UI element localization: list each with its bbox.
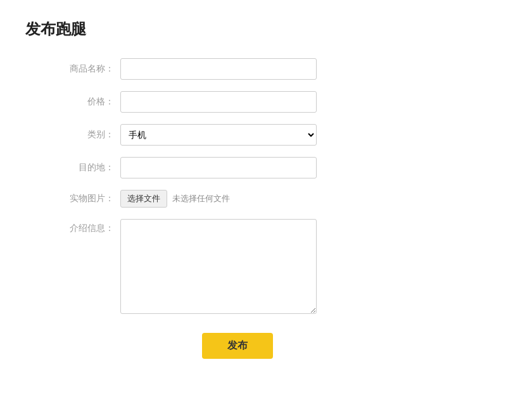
category-select[interactable]: 手机 电脑 服装 食品 其他 bbox=[120, 124, 317, 146]
submit-row: 发布 bbox=[0, 333, 507, 359]
page-title: 发布跑腿 bbox=[25, 19, 507, 39]
info-row: 介绍信息： bbox=[63, 219, 507, 314]
price-label: 价格： bbox=[63, 96, 120, 108]
product-name-input[interactable] bbox=[120, 58, 317, 80]
submit-button[interactable]: 发布 bbox=[202, 333, 273, 359]
image-label: 实物图片： bbox=[63, 193, 120, 204]
product-name-row: 商品名称： bbox=[63, 58, 507, 80]
file-no-chosen-label: 未选择任何文件 bbox=[172, 193, 230, 204]
file-input-wrapper: 选择文件 未选择任何文件 bbox=[120, 190, 230, 208]
category-row: 类别： 手机 电脑 服装 食品 其他 bbox=[63, 124, 507, 146]
form-container: 商品名称： 价格： 类别： 手机 电脑 服装 食品 其他 目的地： 实物图片： … bbox=[63, 58, 507, 314]
price-row: 价格： bbox=[63, 91, 507, 113]
info-label: 介绍信息： bbox=[63, 219, 120, 234]
category-label: 类别： bbox=[63, 129, 120, 140]
destination-row: 目的地： bbox=[63, 157, 507, 178]
info-textarea[interactable] bbox=[120, 219, 317, 314]
image-row: 实物图片： 选择文件 未选择任何文件 bbox=[63, 190, 507, 208]
destination-label: 目的地： bbox=[63, 162, 120, 173]
price-input[interactable] bbox=[120, 91, 317, 113]
destination-input[interactable] bbox=[120, 157, 317, 178]
file-choose-button[interactable]: 选择文件 bbox=[120, 190, 167, 208]
file-choose-label: 选择文件 bbox=[127, 194, 160, 203]
product-name-label: 商品名称： bbox=[63, 63, 120, 75]
